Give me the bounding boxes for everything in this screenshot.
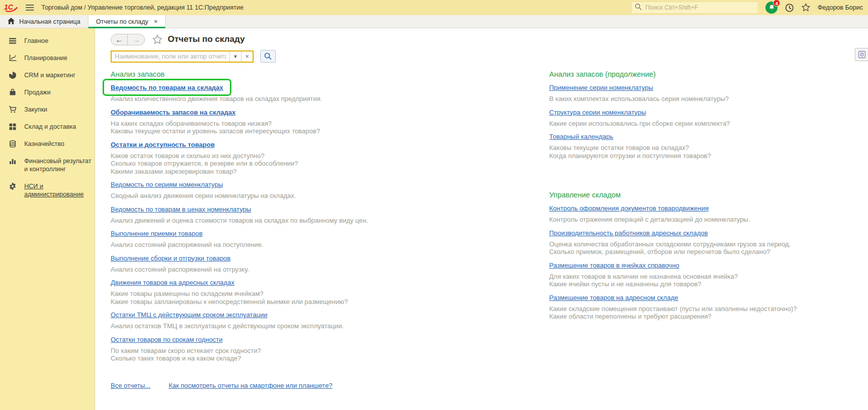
section-header: Анализ запасов (продолжение) [549, 70, 868, 78]
report-filter-input[interactable] [112, 52, 229, 62]
report-item: Остатки ТМЦ с действующим сроком эксплуа… [111, 310, 549, 330]
sidebar-item-label: Главное [24, 37, 49, 45]
sidebar-item[interactable]: Казначейство [0, 135, 94, 152]
report-item: Производительность работников адресных с… [549, 228, 868, 256]
top-bar: 1С Торговый дом / Управление торговлей, … [0, 0, 868, 15]
grid-icon [9, 123, 17, 131]
footer-links: Все отчеты... Как посмотреть отчеты на с… [111, 382, 549, 389]
navigation-buttons: ← → [111, 34, 145, 45]
sidebar-item[interactable]: Планирование [0, 49, 94, 67]
report-link[interactable]: Размещение товаров на адресном складе [549, 294, 678, 301]
sidebar-item[interactable]: Склад и доставка [0, 118, 94, 135]
reports-column-left: Анализ запасов Ведомость по товарам на с… [111, 70, 549, 389]
tab-warehouse-reports[interactable]: Отчеты по складу × [88, 15, 166, 28]
favorites-star-icon[interactable] [801, 3, 810, 12]
report-link[interactable]: Оборачиваемость запасов на складах [111, 109, 235, 116]
main-content: ← → Отчеты по складу ▼ × Анализ запасов [95, 28, 868, 410]
section-header: Управление складом [549, 191, 868, 199]
sidebar-item[interactable]: Финансовый результат и контроллинг [0, 152, 94, 178]
report-link[interactable]: Структура серии номенклатуры [549, 109, 646, 116]
report-link[interactable]: Выполнение сборки и отгрузки товаров [111, 254, 230, 262]
app-title: Торговый дом / Управление торговлей, ред… [41, 4, 244, 11]
tab-label: Отчеты по складу [96, 18, 149, 25]
report-settings-icon[interactable] [855, 48, 868, 61]
report-description: Каковы текущие остатки товаров на склада… [549, 144, 868, 160]
report-description: Анализ остатков ТМЦ в эксплуатации с дей… [111, 322, 549, 330]
report-link[interactable]: Ведомость по сериям номенклатуры [111, 181, 223, 188]
sidebar-item[interactable]: CRM и маркетинг [0, 67, 94, 84]
footer-link[interactable]: Как посмотреть отчеты на смартфоне или п… [169, 382, 332, 389]
report-link[interactable]: Ведомость по товарам на складах [111, 84, 223, 91]
current-user[interactable]: Федоров Борис [817, 4, 863, 11]
report-item: Оборачиваемость запасов на складах На ка… [111, 108, 549, 135]
report-description: Анализ состояний распоряжений на отгрузк… [111, 266, 549, 274]
sidebar-item-label: Склад и доставка [24, 123, 76, 131]
add-to-favorites-star-icon[interactable] [152, 34, 163, 45]
highlight-box: Ведомость по сериям номенклатуры [111, 180, 223, 189]
tab-label: Начальная страница [19, 18, 80, 25]
highlight-box: Выполнение сборки и отгрузки товаров [111, 253, 230, 263]
report-link[interactable]: Движения товаров на адресных складах [111, 279, 234, 286]
report-link[interactable]: Остатки и доступность товаров [111, 141, 215, 148]
report-link[interactable]: Выполнение приемки товаров [111, 230, 203, 237]
report-link[interactable]: Применение серии номенклатуры [549, 84, 653, 91]
gear-icon [9, 182, 17, 190]
report-item: Структура серии номенклатуры Какие серии… [549, 108, 868, 128]
highlight-box: Ведомость по товарам в ценах номенклатур… [111, 204, 251, 214]
highlight-box: Остатки ТМЦ с действующим сроком эксплуа… [111, 310, 267, 319]
section-header: Анализ запасов [111, 70, 549, 78]
history-icon[interactable] [785, 3, 794, 13]
highlight-box: Остатки товаров по срокам годности [111, 335, 223, 344]
sidebar-item-label: Планирование [24, 54, 67, 62]
report-description: Оценка количества обработанных складским… [549, 240, 868, 256]
notifications-button[interactable]: 4 [765, 2, 778, 14]
back-button[interactable]: ← [111, 34, 128, 45]
report-settings-corner-button[interactable]: Н [855, 48, 868, 61]
report-item: Движения товаров на адресных складах Как… [111, 278, 549, 305]
home-icon [8, 18, 15, 26]
report-description: Какие складские помещения простаивают (п… [549, 305, 868, 321]
report-link[interactable]: Товарный календарь [549, 133, 613, 140]
sidebar-item[interactable]: Продажи [0, 84, 94, 101]
report-item: Размещение товаров на адресном складе Ка… [549, 293, 868, 321]
report-description: Какие товары размещены по складским ячей… [111, 290, 549, 305]
planning-icon [9, 54, 17, 62]
report-description: Для каких товаров в наличии не назначена… [549, 273, 868, 288]
report-link[interactable]: Размещение товаров в ячейках справочно [549, 262, 680, 269]
sidebar-item[interactable]: Главное [0, 32, 94, 49]
filter-dropdown-icon[interactable]: ▼ [229, 52, 241, 62]
sidebar-item-label: CRM и маркетинг [24, 71, 75, 79]
notification-badge: 4 [773, 0, 780, 7]
global-search-input[interactable] [645, 4, 755, 11]
highlight-box: Ведомость по товарам на складах [103, 79, 231, 96]
report-item: Размещение товаров в ячейках справочно Д… [549, 261, 868, 288]
sidebar-item[interactable]: Закупки [0, 101, 94, 118]
tab-home-page[interactable]: Начальная страница [0, 15, 88, 28]
report-description: Каков остаток товаров и сколько из них д… [111, 152, 549, 176]
report-item: Ведомость по сериям номенклатуры Сводный… [111, 180, 549, 200]
report-link[interactable]: Производительность работников адресных с… [549, 229, 708, 237]
forward-button[interactable]: → [128, 34, 144, 45]
report-link[interactable]: Ведомость по товарам в ценах номенклатур… [111, 206, 251, 213]
report-link[interactable]: Остатки ТМЦ с действующим сроком эксплуа… [111, 311, 267, 319]
footer-link[interactable]: Все отчеты... [111, 382, 151, 389]
report-link[interactable]: Остатки товаров по срокам годности [111, 336, 223, 343]
report-link[interactable]: Контроль оформления документов товародви… [549, 204, 709, 212]
report-item: Остатки товаров по срокам годности По ка… [111, 335, 549, 363]
highlight-box: Движения товаров на адресных складах [111, 278, 234, 287]
report-description: Сводный анализ движения серии номенклату… [111, 192, 549, 200]
report-filter: ▼ × [111, 50, 254, 63]
close-tab-icon[interactable]: × [154, 18, 158, 25]
main-menu-icon[interactable] [25, 4, 34, 11]
sidebar-item[interactable]: НСИ и администрирование [0, 178, 94, 203]
report-item: Ведомость по товарам в ценах номенклатур… [111, 204, 549, 225]
filter-clear-icon[interactable]: × [241, 52, 253, 62]
1c-logo-icon[interactable]: 1С [4, 3, 18, 12]
highlight-box: Остатки и доступность товаров [111, 140, 215, 149]
sidebar-item-label: Закупки [24, 106, 47, 114]
sidebar: Главное Планирование CRM и маркетинг Про… [0, 28, 95, 410]
report-item: Контроль оформления документов товародви… [549, 203, 868, 224]
global-search[interactable] [631, 2, 758, 14]
report-item: Ведомость по товарам на складах Анализ к… [111, 83, 549, 103]
run-search-button[interactable] [260, 50, 276, 63]
